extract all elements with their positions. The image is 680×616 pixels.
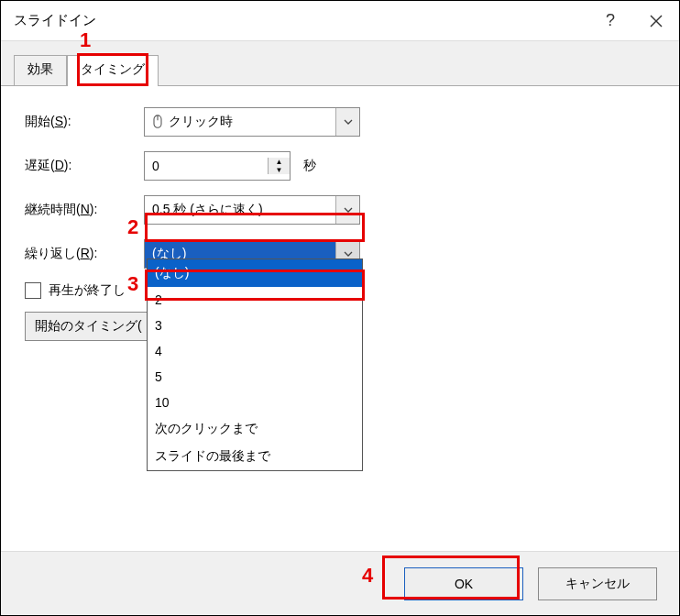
- window-title: スライドイン: [14, 12, 587, 29]
- repeat-option[interactable]: 次のクリックまで: [148, 415, 362, 443]
- label-start: 開始(S):: [25, 114, 144, 130]
- close-icon: [650, 15, 663, 28]
- repeat-option[interactable]: 2: [148, 287, 362, 313]
- trigger-button[interactable]: 開始のタイミング(: [25, 312, 152, 341]
- row-duration: 継続時間(N): 0.5 秒 (さらに速く): [25, 194, 655, 226]
- annotation-number-3: 3: [127, 272, 138, 296]
- tab-bar: 効果 タイミング: [1, 41, 679, 85]
- annotation-number-2: 2: [127, 215, 138, 239]
- tab-effect[interactable]: 効果: [14, 55, 67, 86]
- label-rewind: 再生が終了し: [49, 282, 126, 299]
- help-button[interactable]: ?: [587, 1, 633, 41]
- annotation-number-4: 4: [362, 564, 373, 588]
- repeat-dropdown: (なし) 2 3 4 5 10 次のクリックまで スライドの最後まで: [147, 258, 363, 471]
- titlebar: スライドイン ?: [1, 1, 679, 41]
- repeat-option[interactable]: 4: [148, 338, 362, 364]
- repeat-option[interactable]: (なし): [148, 259, 362, 287]
- chevron-down-icon[interactable]: [335, 196, 359, 224]
- annotation-number-1: 1: [80, 28, 91, 52]
- label-delay-unit: 秒: [303, 158, 316, 174]
- combo-duration[interactable]: 0.5 秒 (さらに速く): [144, 195, 360, 225]
- label-duration: 継続時間(N):: [25, 202, 144, 218]
- combo-start-value: クリック時: [145, 114, 335, 130]
- tab-timing[interactable]: タイミング: [67, 55, 159, 86]
- spinner-buttons: ▲ ▼: [268, 158, 290, 174]
- combo-start[interactable]: クリック時: [144, 107, 360, 137]
- ok-button[interactable]: OK: [404, 567, 523, 600]
- tab-content: 開始(S): クリック時 遅延(D): 0 ▲ ▼ 秒 継続時間(N): 0.5…: [1, 85, 679, 588]
- repeat-option[interactable]: 3: [148, 313, 362, 338]
- checkbox-rewind[interactable]: [25, 282, 41, 299]
- row-start: 開始(S): クリック時: [25, 106, 655, 138]
- chevron-down-icon[interactable]: [335, 108, 359, 136]
- row-delay: 遅延(D): 0 ▲ ▼ 秒: [25, 150, 655, 182]
- label-repeat: 繰り返し(R):: [25, 246, 144, 262]
- spinner-down[interactable]: ▼: [269, 166, 290, 174]
- spinner-up[interactable]: ▲: [269, 158, 290, 166]
- close-button[interactable]: [633, 1, 679, 41]
- dialog-footer: OK キャンセル: [1, 551, 679, 615]
- spinner-delay[interactable]: 0 ▲ ▼: [144, 151, 291, 181]
- spinner-delay-value: 0: [145, 159, 268, 173]
- mouse-icon: [152, 115, 163, 129]
- repeat-option[interactable]: 10: [148, 390, 362, 415]
- repeat-option[interactable]: スライドの最後まで: [148, 443, 362, 470]
- cancel-button[interactable]: キャンセル: [538, 567, 657, 600]
- combo-duration-value: 0.5 秒 (さらに速く): [145, 202, 335, 218]
- label-delay: 遅延(D):: [25, 158, 144, 174]
- repeat-option[interactable]: 5: [148, 364, 362, 390]
